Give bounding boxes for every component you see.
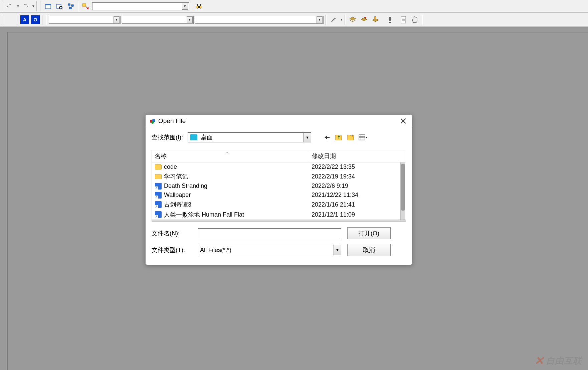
- folder-icon: [155, 173, 162, 180]
- bottom-scrollbar[interactable]: [152, 220, 406, 222]
- open-button[interactable]: 打开(O): [347, 227, 391, 239]
- separator: [345, 15, 346, 25]
- separator: [2, 1, 3, 11]
- layers-add-icon[interactable]: [359, 14, 369, 25]
- svg-rect-5: [68, 4, 70, 5]
- watermark-x-icon: ✕: [534, 354, 544, 367]
- combo-3[interactable]: ▼: [195, 16, 324, 24]
- goto-combo[interactable]: ▼: [92, 2, 189, 10]
- shortcut-icon: [155, 192, 162, 199]
- separator: [17, 15, 18, 25]
- chip-a[interactable]: A: [20, 15, 29, 24]
- svg-rect-1: [45, 4, 51, 5]
- window-icon[interactable]: [43, 1, 53, 12]
- chevron-down-icon[interactable]: ▼: [334, 245, 341, 255]
- file-row[interactable]: Wallpaper2021/12/22 11:34: [152, 191, 406, 200]
- column-date[interactable]: 修改日期: [309, 150, 406, 162]
- svg-line-4: [62, 9, 63, 9]
- find-replace-icon[interactable]: [54, 1, 65, 12]
- cancel-button[interactable]: 取消: [347, 244, 391, 256]
- look-in-value: 桌面: [199, 133, 304, 141]
- svg-rect-28: [336, 135, 338, 136]
- open-file-dialog: Open File 查找范围(I): 桌面 ▼ 名称 ︿ 修改日期: [145, 114, 412, 265]
- file-date: 2022/2/19 19:34: [312, 173, 403, 180]
- file-name: code: [164, 163, 177, 170]
- goto-icon[interactable]: [80, 1, 91, 12]
- file-date: 2022/1/16 21:41: [312, 201, 403, 208]
- file-row[interactable]: 古剑奇谭32022/1/16 21:41: [152, 200, 406, 210]
- up-folder-icon[interactable]: [335, 133, 343, 142]
- chevron-down-icon[interactable]: ▼: [304, 133, 311, 142]
- new-folder-icon[interactable]: [347, 133, 355, 142]
- close-icon[interactable]: [399, 118, 408, 124]
- column-name[interactable]: 名称 ︿: [152, 150, 309, 162]
- wand-icon[interactable]: [328, 14, 339, 25]
- shortcut-icon: [155, 211, 162, 218]
- file-list-header: 名称 ︿ 修改日期: [152, 150, 406, 162]
- layers-edit-icon[interactable]: [370, 14, 381, 25]
- svg-point-10: [199, 6, 202, 8]
- svg-rect-16: [389, 22, 391, 23]
- separator: [36, 1, 37, 11]
- separator: [191, 1, 192, 11]
- file-list-body[interactable]: code2022/2/22 13:35学习笔记2022/2/19 19:34De…: [152, 162, 406, 220]
- svg-rect-31: [359, 135, 365, 140]
- back-icon[interactable]: [323, 133, 331, 142]
- combo-1[interactable]: ▼: [49, 16, 121, 24]
- hand-icon[interactable]: [409, 14, 420, 25]
- chip-o[interactable]: O: [31, 15, 40, 24]
- dialog-titlebar: Open File: [146, 115, 412, 127]
- dialog-title: Open File: [158, 117, 186, 125]
- wand-dropdown[interactable]: [340, 18, 343, 21]
- file-date: 2021/12/22 11:34: [312, 192, 403, 199]
- look-in-combo[interactable]: 桌面 ▼: [188, 132, 311, 142]
- file-date: 2021/12/1 11:09: [312, 211, 403, 218]
- file-row[interactable]: Death Stranding2022/2/6 9:19: [152, 181, 406, 191]
- redo-button[interactable]: [20, 1, 31, 12]
- sort-caret-icon: ︿: [225, 149, 229, 155]
- svg-rect-14: [375, 16, 376, 19]
- scrollbar[interactable]: [400, 162, 405, 220]
- file-date: 2022/2/6 9:19: [312, 182, 403, 190]
- file-name: Death Stranding: [164, 182, 207, 190]
- shortcut-icon: [155, 201, 162, 208]
- file-row[interactable]: code2022/2/22 13:35: [152, 162, 406, 171]
- undo-button[interactable]: [5, 1, 15, 12]
- file-name: Wallpaper: [164, 192, 191, 199]
- layers-icon[interactable]: [347, 14, 358, 25]
- undo-dropdown[interactable]: [16, 4, 20, 8]
- app-icon: [150, 118, 156, 124]
- redo-dropdown[interactable]: [32, 4, 35, 8]
- file-row[interactable]: 学习笔记2022/2/19 19:34: [152, 171, 406, 181]
- folder-icon: [155, 164, 162, 170]
- tree-icon[interactable]: [65, 1, 76, 12]
- svg-point-23: [151, 121, 154, 124]
- separator: [2, 15, 3, 25]
- file-name: 古剑奇谭3: [164, 201, 191, 209]
- svg-rect-11: [197, 4, 198, 6]
- toolbar-row-2: A O ▼ ▼ ▼: [0, 13, 588, 27]
- view-menu-icon[interactable]: [359, 133, 367, 142]
- file-name: 人类一败涂地 Human Fall Flat: [164, 211, 244, 219]
- watermark: ✕ 自由互联: [534, 354, 582, 367]
- file-list: 名称 ︿ 修改日期 code2022/2/22 13:35学习笔记2022/2/…: [152, 150, 406, 222]
- binoculars-icon[interactable]: [194, 1, 204, 12]
- svg-rect-26: [327, 137, 330, 138]
- filetype-label: 文件类型(T):: [152, 246, 192, 254]
- file-name: 学习笔记: [164, 172, 188, 180]
- filetype-value: All Files(*.*): [198, 247, 334, 254]
- separator: [422, 15, 423, 25]
- separator: [46, 15, 47, 25]
- svg-rect-17: [401, 16, 406, 23]
- exclaim-icon[interactable]: [385, 14, 395, 25]
- combo-2[interactable]: ▼: [122, 16, 194, 24]
- scrollbar-thumb[interactable]: [401, 164, 405, 211]
- look-in-label: 查找范围(I):: [152, 133, 183, 141]
- svg-rect-8: [82, 4, 86, 6]
- filename-input[interactable]: [198, 228, 341, 238]
- svg-rect-12: [200, 4, 201, 6]
- doc-icon[interactable]: [398, 14, 409, 25]
- file-row[interactable]: 人类一败涂地 Human Fall Flat2021/12/1 11:09: [152, 210, 406, 220]
- filetype-select[interactable]: All Files(*.*) ▼: [198, 245, 341, 255]
- file-date: 2022/2/22 13:35: [312, 163, 403, 170]
